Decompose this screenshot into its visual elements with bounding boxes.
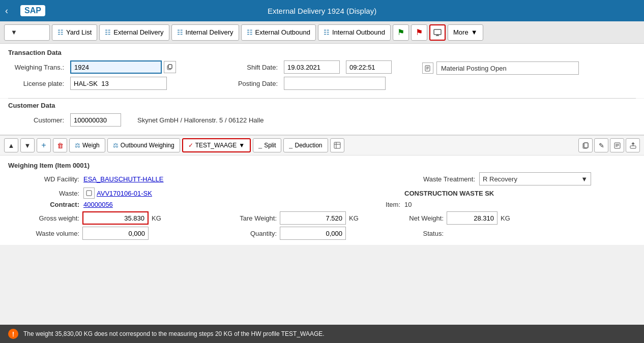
copy-doc-button[interactable] bbox=[578, 138, 593, 152]
external-delivery-icon: ☷ bbox=[105, 28, 111, 36]
down-arrow-button[interactable]: ▼ bbox=[20, 138, 35, 152]
export-icon bbox=[630, 142, 636, 149]
transaction-section: Transaction Data Weighing Trans.: Licens… bbox=[0, 44, 644, 98]
delete-button[interactable]: 🗑 bbox=[53, 138, 67, 152]
license-plate-input[interactable] bbox=[70, 77, 167, 90]
svg-rect-4 bbox=[168, 65, 172, 69]
flag-green-button[interactable]: ⚑ bbox=[393, 24, 409, 41]
net-weight-input[interactable] bbox=[447, 211, 497, 225]
main-toolbar: ▼ ☷ Yard List ☷ External Delivery ☷ Inte… bbox=[0, 21, 644, 44]
weighing-item-section: Weighing Item (Item 0001) WD Facility: E… bbox=[0, 155, 644, 245]
error-icon: ! bbox=[8, 329, 18, 339]
customer-label: Customer: bbox=[8, 116, 64, 124]
svg-rect-0 bbox=[434, 29, 441, 35]
outbound-weighing-button[interactable]: ⚖ Outbound Weighing bbox=[107, 138, 180, 152]
weighing-item-title: Weighing Item (Item 0001) bbox=[8, 162, 636, 169]
waste-volume-label: Waste volume: bbox=[8, 230, 79, 237]
shift-date-input[interactable] bbox=[284, 60, 340, 74]
waste-treatment-dropdown[interactable]: R Recovery ▼ bbox=[479, 172, 591, 185]
quantity-label: Quantity: bbox=[175, 230, 277, 237]
transaction-section-title: Transaction Data bbox=[8, 49, 636, 56]
copy-icon bbox=[167, 64, 173, 70]
external-delivery-button[interactable]: ☷ External Delivery bbox=[99, 24, 169, 41]
license-plate-row: License plate: bbox=[8, 77, 176, 90]
external-outbound-icon: ☷ bbox=[247, 28, 253, 36]
internal-outbound-button[interactable]: ☷ Internal Outbound bbox=[318, 24, 391, 41]
contract-value[interactable]: 40000056 bbox=[83, 201, 315, 208]
waste-treatment-value: R Recovery bbox=[483, 175, 517, 183]
split-button[interactable]: ⎯ Split bbox=[253, 138, 281, 152]
license-plate-label: License plate: bbox=[8, 80, 64, 87]
wd-facility-value[interactable]: ESA_BAUSCHUTT-HALLE bbox=[83, 175, 390, 183]
gross-weight-input[interactable] bbox=[82, 211, 149, 225]
svg-rect-14 bbox=[584, 143, 588, 148]
shift-time-input[interactable] bbox=[346, 60, 392, 74]
add-button[interactable]: + bbox=[37, 138, 51, 152]
deduction-icon: ⎯ bbox=[289, 142, 292, 149]
chevron-down-icon: ▼ bbox=[11, 28, 17, 36]
internal-delivery-button[interactable]: ☷ Internal Delivery bbox=[171, 24, 239, 41]
weighing-trans-input[interactable] bbox=[70, 60, 162, 74]
display-mode-button[interactable] bbox=[429, 24, 446, 41]
external-outbound-button[interactable]: ☷ External Outbound bbox=[241, 24, 316, 41]
status-icon-button[interactable] bbox=[422, 63, 433, 74]
shift-date-label: Shift Date: bbox=[232, 64, 278, 71]
customer-name: Skynet GmbH / Hallorenstr. 5 / 06122 Hal… bbox=[137, 116, 264, 124]
weighing-item-toolbar: ▲ ▼ + 🗑 ⚖ Weigh ⚖ Outbound Weighing ✓ TE… bbox=[0, 135, 644, 155]
chevron-down-icon-test: ▼ bbox=[239, 142, 245, 149]
deduction-button[interactable]: ⎯ Deduction bbox=[283, 138, 328, 152]
shift-date-row: Shift Date: bbox=[232, 60, 392, 74]
item-value: 10 bbox=[404, 201, 636, 208]
waste-volume-input[interactable] bbox=[82, 227, 149, 240]
test-waage-button[interactable]: ✓ TEST_WAAGE ▼ bbox=[182, 138, 251, 152]
tare-weight-input[interactable] bbox=[280, 211, 346, 225]
waste-label: Waste: bbox=[8, 190, 79, 197]
more-options-button[interactable] bbox=[330, 138, 344, 152]
posting-date-input[interactable] bbox=[284, 77, 386, 90]
table-icon bbox=[334, 142, 341, 149]
customer-section-title: Customer Data bbox=[8, 102, 636, 109]
top-bar: ‹ SAP External Delivery 1924 (Display) bbox=[0, 0, 644, 21]
flag-red-button[interactable]: ⚑ bbox=[411, 24, 427, 41]
toolbar-dropdown[interactable]: ▼ bbox=[4, 24, 50, 41]
posting-date-label: Posting Date: bbox=[232, 80, 278, 87]
status-text: Material Posting Open bbox=[441, 65, 507, 72]
notes-button[interactable] bbox=[610, 138, 624, 152]
scale-icon: ⚖ bbox=[75, 142, 80, 149]
gross-weight-label: Gross weight: bbox=[8, 214, 79, 222]
net-weight-label: Net Weight: bbox=[372, 214, 444, 222]
weigh-button[interactable]: ⚖ Weigh bbox=[69, 138, 105, 152]
gross-weight-unit: KG bbox=[152, 214, 172, 222]
net-weight-unit: KG bbox=[501, 214, 521, 222]
internal-outbound-icon: ☷ bbox=[324, 28, 330, 36]
svg-rect-20 bbox=[630, 146, 636, 148]
wd-facility-label: WD Facility: bbox=[8, 175, 79, 183]
internal-delivery-icon: ☷ bbox=[177, 28, 183, 36]
copy-document-icon bbox=[582, 142, 589, 149]
yard-list-icon: ☷ bbox=[57, 28, 64, 36]
export-button[interactable] bbox=[626, 138, 640, 152]
check-icon: ✓ bbox=[188, 142, 193, 149]
status-field: Material Posting Open bbox=[436, 61, 579, 75]
up-arrow-button[interactable]: ▲ bbox=[4, 138, 18, 152]
waste-doc-icon bbox=[86, 190, 92, 196]
customer-input[interactable] bbox=[70, 113, 121, 127]
right-icon-group: ✎ bbox=[578, 138, 640, 152]
contract-label: Contract: bbox=[8, 201, 79, 208]
back-button[interactable]: ‹ bbox=[5, 6, 8, 16]
outbound-scale-icon: ⚖ bbox=[113, 142, 119, 149]
document-icon bbox=[425, 65, 431, 72]
quantity-input[interactable] bbox=[280, 227, 346, 240]
tare-weight-unit: KG bbox=[349, 214, 369, 222]
edit-button[interactable]: ✎ bbox=[594, 138, 608, 152]
yard-list-button[interactable]: ☷ Yard List bbox=[52, 24, 97, 41]
customer-row: Customer: Skynet GmbH / Hallorenstr. 5 /… bbox=[8, 113, 636, 127]
display-icon bbox=[433, 28, 442, 37]
waste-treatment-label: Waste Treatment: bbox=[394, 175, 475, 183]
waste-value[interactable]: AVV170106-01-SK bbox=[97, 190, 152, 197]
tare-weight-label: Tare Weight: bbox=[175, 214, 277, 222]
copy-icon-button[interactable] bbox=[164, 61, 176, 73]
waste-doc-button[interactable] bbox=[83, 188, 95, 199]
chevron-down-icon: ▼ bbox=[471, 28, 478, 36]
more-button[interactable]: More ▼ bbox=[448, 24, 483, 41]
